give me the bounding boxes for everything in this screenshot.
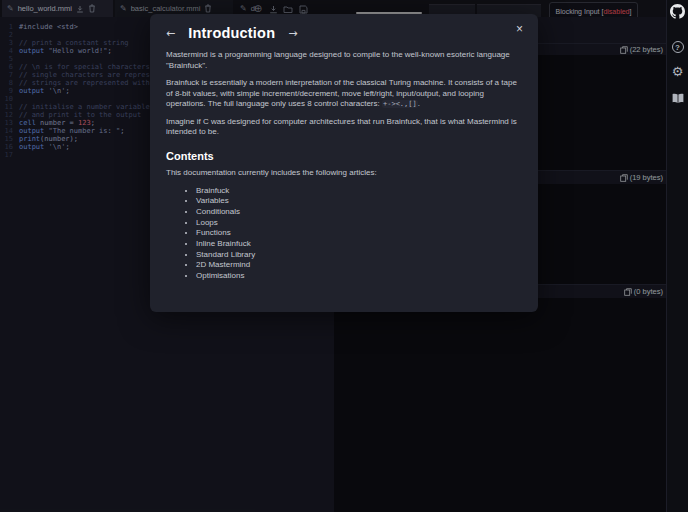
article-link[interactable]: Optimisations	[196, 271, 522, 282]
contents-list: BrainfuckVariablesConditionalsLoopsFunct…	[166, 186, 522, 282]
contents-heading: Contents	[166, 151, 522, 162]
article-link[interactable]: Variables	[196, 196, 522, 207]
help-icon[interactable]: ?	[672, 41, 684, 53]
app-root: ✎ hello_world.mmi ✎ basic_calculator.mmi…	[0, 0, 688, 512]
article-link[interactable]: Loops	[196, 218, 522, 229]
next-article-button[interactable]: →	[288, 27, 297, 40]
modal-body: Mastermind is a programming language des…	[150, 50, 538, 282]
modal-title: Introduction	[188, 25, 275, 41]
settings-gear-icon[interactable]: ⚙	[672, 65, 684, 78]
intro-paragraph-3: Imagine if C was designed for computer a…	[166, 117, 522, 138]
article-link[interactable]: 2D Mastermind	[196, 260, 522, 271]
article-link[interactable]: Conditionals	[196, 207, 522, 218]
contents-intro: This documentation currently includes th…	[166, 168, 522, 179]
intro-paragraph-2: Brainfuck is essentially a modern interp…	[166, 78, 522, 110]
documentation-modal: ← Introduction → × Mastermind is a progr…	[150, 14, 538, 312]
article-link[interactable]: Functions	[196, 228, 522, 239]
github-icon[interactable]	[670, 4, 685, 23]
modal-header: ← Introduction →	[150, 14, 538, 43]
paragraph-text: .	[418, 99, 420, 108]
prev-article-button[interactable]: ←	[166, 27, 175, 40]
paragraph-text: Brainfuck is essentially a modern interp…	[166, 78, 517, 108]
article-link[interactable]: Standard Library	[196, 250, 522, 261]
article-link[interactable]: Inline Brainfuck	[196, 239, 522, 250]
article-link[interactable]: Brainfuck	[196, 186, 522, 197]
icon-sidebar: ? ⚙	[666, 0, 688, 512]
close-icon[interactable]: ×	[516, 23, 523, 35]
intro-paragraph-1: Mastermind is a programming language des…	[166, 50, 522, 71]
documentation-book-icon[interactable]	[671, 90, 685, 108]
brainfuck-characters-code: +-><.,[]	[382, 100, 418, 108]
